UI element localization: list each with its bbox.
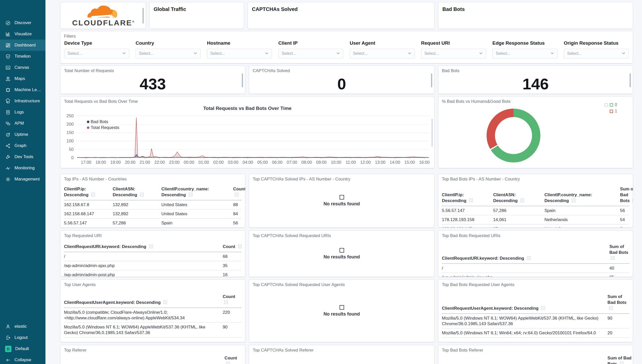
table-cell[interactable]: /wp-admin/admin-ajax.php [64,263,220,269]
filter-select-origin-response-status[interactable]: Select... [564,49,629,58]
table-cell[interactable]: 5.56.57.147 [64,220,110,226]
column-header[interactable]: ClientRequestUserAgent.keyword: Descendi… [442,306,605,311]
filter-select-user-agent[interactable]: Select... [350,49,415,58]
column-header[interactable]: ClientIP.country_name:Descending [544,192,618,204]
table-cell[interactable]: / [442,266,607,271]
table-cell[interactable]: 54 [620,217,633,223]
column-header[interactable]: ClientASN:Descending [113,186,159,198]
sidebar-item-maps[interactable]: Maps [0,73,45,84]
timeseries-chart[interactable]: 05010015020025017:0018:0019:0020:0021:00… [60,96,434,168]
column-header[interactable]: Sum of Bad Bots [609,244,632,261]
table-row[interactable]: /wp-admin/admin-post.php16 [64,270,242,277]
table-row[interactable]: /68 [64,252,242,261]
table-cell[interactable]: Netherlands [544,217,618,223]
column-header[interactable]: ClientRequestURI.keyword: Descending [64,244,220,250]
sidebar-item-default[interactable]: DDefault [0,343,45,354]
table-cell[interactable]: 68 [223,254,244,259]
panel-scrollbar[interactable] [431,73,432,87]
table-row[interactable]: Mozilla/5.0 (Windows NT 6.1; WOW64) Appl… [442,314,629,328]
table-row[interactable]: 162.158.67.8132,892United States88 [64,200,242,209]
table-row[interactable]: 178.128.193.15814,061Netherlands54 [442,215,629,224]
column-header[interactable]: ClientRequestUserAgent.keyword: Descendi… [64,300,220,306]
table-row[interactable]: Mozilla/5.0 (Windows NT 6.1; Win64; x64;… [442,328,629,338]
table-row[interactable]: /wp-admin/admin-ajax.php35 [442,273,629,277]
table-row[interactable]: /wp-admin/admin-ajax.php35 [64,261,242,270]
table-cell[interactable]: Mozilla/5.0 (Windows NT 6.1; Win64; x64;… [442,330,605,336]
sidebar-item-dashboard[interactable]: Dashboard [0,40,45,51]
table-cell[interactable]: Spain [544,208,618,213]
column-header[interactable]: ClientASN:Descending [493,192,542,204]
legend-item-total-requests[interactable]: Total Requests [87,125,119,130]
table-cell[interactable]: 88 [233,202,245,208]
table-cell[interactable]: 90 [223,324,244,336]
table-row[interactable]: /40 [442,264,629,273]
filter-select-edge-response-status[interactable]: Select... [492,49,557,58]
table-cell[interactable]: 35 [223,263,244,269]
table-cell[interactable]: 56 [620,208,633,213]
donut-legend-item-1[interactable]: 1 [605,109,617,113]
table-cell[interactable]: 40 [609,266,632,271]
sidebar-item-elastic[interactable]: elastic [0,321,45,332]
table-cell[interactable]: /wp-admin/admin-ajax.php [442,275,607,277]
table-cell[interactable]: 57,286 [493,208,542,213]
table-cell[interactable]: 57,286 [113,220,159,226]
column-header[interactable]: Sum of BadBots [607,355,632,364]
panel-scrollbar[interactable] [630,73,631,87]
table-cell[interactable]: 25 [493,226,542,228]
column-header[interactable]: Count [233,186,245,198]
filter-select-client-ip[interactable]: Select... [278,49,343,58]
filter-select-country[interactable]: Select... [136,49,201,58]
table-cell[interactable]: 162.158.67.8 [64,202,110,208]
panel-scrollbar[interactable] [142,8,144,24]
sidebar-item-logs[interactable]: Logs [0,107,45,118]
column-header[interactable]: Sum of BadBots [620,186,633,204]
table-cell[interactable]: Mozilla/5.0 (Windows NT 6.1; WOW64) Appl… [64,324,220,336]
panel-scrollbar[interactable] [431,119,433,147]
table-cell[interactable]: 162.158.68.147 [64,211,110,217]
table-cell[interactable]: / [64,254,220,259]
table-cell[interactable]: 84 [233,211,245,217]
table-cell[interactable]: Spain [161,220,231,226]
sidebar-item-monitoring[interactable]: Monitoring [0,162,45,174]
table-cell[interactable]: 2 [620,226,633,228]
column-header[interactable]: ClientIP.ip:Descending [442,192,491,204]
sidebar-item-graph[interactable]: Graph [0,140,45,151]
table-cell[interactable]: 178.128.193.158 [442,217,491,223]
table-cell[interactable]: Mozilla/5.0 (compatible; CloudFlare-Alwa… [64,310,220,321]
table-cell[interactable]: 90 [607,316,632,327]
table-cell[interactable]: /wp-admin/admin-post.php [64,272,220,277]
sidebar-item-dev-tools[interactable]: Dev Tools [0,151,45,162]
table-cell[interactable]: United States [161,211,231,217]
table-cell[interactable]: 5.56.57.147 [442,208,491,213]
table-cell[interactable]: 16 [223,272,244,277]
donut-chart[interactable] [487,109,540,162]
table-row[interactable]: 128.32.162.14525United States2 [442,224,629,228]
filter-select-request-uri[interactable]: Select... [421,49,486,58]
table-cell[interactable]: 220 [223,310,244,321]
table-cell[interactable]: United States [544,226,618,228]
table-cell[interactable]: 132,892 [113,202,159,208]
table-cell[interactable]: 56 [233,220,245,226]
legend-item-bad-bots[interactable]: Bad Bots [87,119,119,124]
sidebar-item-canvas[interactable]: Canvas [0,62,45,73]
filter-select-hostname[interactable]: Select... [207,49,272,58]
column-header[interactable]: ClientIP.country_name:Descending [161,186,231,198]
sidebar-item-infrastructure[interactable]: Infrastructure [0,95,45,107]
sidebar-item-logout[interactable]: Logout [0,332,45,343]
legend-filter-icon[interactable] [605,103,608,107]
filter-select-device-type[interactable]: Select... [64,49,129,58]
sidebar-item-management[interactable]: Management [0,174,45,185]
table-row[interactable]: Mozilla/5.0 (compatible; CloudFlare-Alwa… [64,308,242,323]
table-row[interactable]: Mozilla/5.0 (Windows NT 6.1; WOW64) Appl… [64,323,242,337]
column-header[interactable]: Count [223,294,244,306]
column-header[interactable]: Count [223,244,244,250]
table-cell[interactable]: 128.32.162.145 [442,226,491,228]
donut-legend-item-0[interactable]: 0 [605,103,617,107]
panel-scrollbar[interactable] [242,73,243,87]
table-row[interactable]: 5.56.57.14757,286Spain56 [64,219,242,228]
sidebar-item-machine-le[interactable]: Machine Le… [0,84,45,95]
sidebar-item-apm[interactable]: APM [0,118,45,129]
sidebar-item-uptime[interactable]: Uptime [0,129,45,140]
column-header[interactable]: Sum ofBad Bots [607,294,632,311]
sidebar-item-collapse[interactable]: Collapse [0,354,45,364]
